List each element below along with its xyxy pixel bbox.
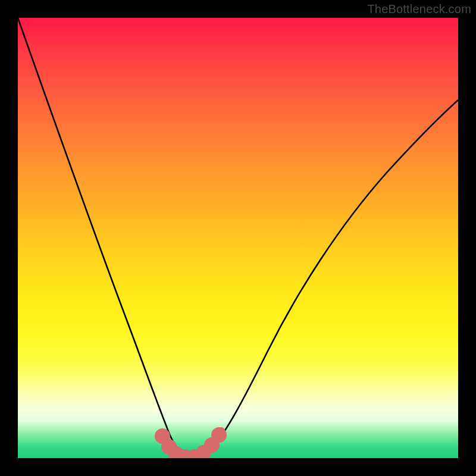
- chart-frame: TheBottleneck.com: [0, 0, 476, 476]
- curve-layer: [18, 18, 458, 458]
- svg-point-6: [208, 441, 216, 449]
- watermark-text: TheBottleneck.com: [367, 2, 471, 16]
- bottleneck-curve: [18, 18, 458, 458]
- svg-point-7: [215, 431, 223, 439]
- highlight-band: [158, 431, 223, 458]
- plot-area: [18, 18, 458, 458]
- svg-point-0: [158, 432, 167, 440]
